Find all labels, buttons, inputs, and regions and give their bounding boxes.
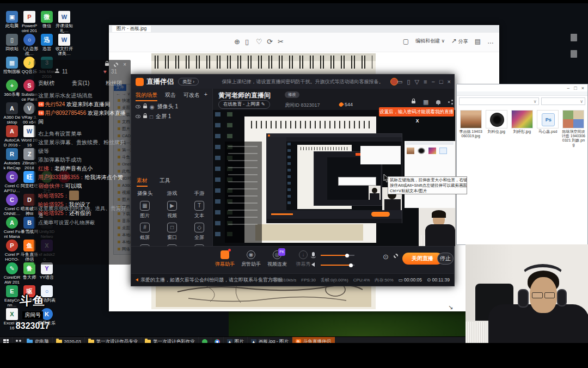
close-icon[interactable]: × (123, 62, 126, 68)
speaker-volume-slider[interactable] (321, 265, 354, 266)
tab-tools[interactable]: 工具 (160, 177, 170, 185)
lock-icon[interactable] (143, 115, 147, 118)
dock-视频连麦[interactable]: ◎PK视频连麦 (265, 250, 289, 268)
desktop-icon-CorelDRAW-2014-64-[interactable]: ✎CorelDRAW 2014 (64-… (3, 262, 21, 285)
desktop-icon-回收站[interactable]: ▯回收站 (3, 34, 21, 51)
photos-tab-title[interactable]: 图片 - 画板.jpg (112, 26, 151, 32)
taskbar-item-斗鱼直播伴侣[interactable]: 鱼斗鱼直播伴侣 (292, 337, 335, 343)
desktop-icon-Autodesk-ReCap-2016[interactable]: RAutodesk ReCap 2016 (3, 148, 21, 170)
rotate-icon[interactable]: ⟳ (267, 38, 273, 46)
password-banner[interactable]: 设置后，输入密码才能观看我的直播X (379, 107, 454, 116)
resize-handle-icon[interactable]: ↘ (448, 304, 453, 311)
password-lock-icon[interactable] (412, 101, 415, 103)
delete-icon[interactable]: ▯ (245, 38, 249, 46)
tab-material[interactable]: 素材 (137, 177, 148, 187)
taskbar-item-画板.jpg - 图片[interactable]: ▲画板.jpg - 图片 (248, 337, 292, 343)
desktop-icon-此电脑[interactable]: ▣此电脑 (3, 11, 21, 28)
quick-source-摄像头[interactable]: 摄像头 (131, 190, 158, 197)
file-item[interactable]: 刘科位.jpg (485, 110, 508, 147)
desktop-icon-控制面板[interactable]: ▦控制面板 (3, 57, 21, 74)
desktop-icon-AutoCAD-2016-简-[interactable]: AAutoCAD 2016 - 简… (3, 125, 21, 148)
taskbar-start[interactable] (0, 337, 13, 343)
zoom-icon[interactable]: ⊕ (234, 38, 240, 46)
banner-close-icon[interactable]: X (416, 118, 419, 124)
visibility-icon[interactable] (136, 115, 140, 118)
desktop-icon-开课须知礼-[interactable]: W开课须知礼… (56, 11, 73, 33)
address-bar[interactable]: ∨ (459, 97, 539, 105)
source-item-camera[interactable]: ◉ 摄像头 1 (136, 103, 178, 111)
chat-tab-0[interactable]: 贡献榜 (38, 79, 54, 87)
favorite-icon[interactable]: ♡ (256, 38, 262, 46)
scene-tab-0[interactable]: 我的场景 (136, 91, 157, 101)
mic-volume-slider[interactable] (321, 255, 354, 256)
desktop-icon-unlabeled[interactable] (571, 50, 577, 58)
close-icon[interactable]: × (448, 78, 451, 85)
desktop-icon--八边形战-[interactable]: ○《八边形战… (21, 34, 38, 56)
source-type-截屏[interactable]: #截屏 (131, 223, 158, 241)
source-item-fullscreen[interactable]: □ 全屏 1 (136, 113, 171, 120)
quick-source-游戏[interactable]: 游戏 (158, 190, 186, 197)
device-icon[interactable]: ▯ (407, 78, 411, 85)
search-box[interactable]: ∨ (541, 97, 585, 105)
taskbar-item-wechat[interactable] (199, 337, 211, 343)
file-item[interactable]: Ps马心蕊.psd (536, 110, 560, 147)
desktop-icon-A360-Desktop[interactable]: AA360 Desktop (3, 102, 21, 125)
desktop-icon-Corel-Font-Manage-[interactable]: ACorel Font Manage… (3, 217, 21, 239)
desktop-icon-360杀毒[interactable]: +360杀毒 (3, 79, 21, 97)
desktop-icon-收文打开课美-[interactable]: W收文打开课美… (56, 34, 73, 56)
desktop-icon-YY语音[interactable]: YYY语音 (38, 262, 56, 280)
dock-弹幕助手[interactable]: 弹幕助手 (213, 250, 237, 268)
scene-tab-2[interactable]: 可改名 (183, 91, 200, 99)
maximize-icon[interactable]: □ (439, 78, 443, 85)
quick-source-手游[interactable]: 手游 (186, 190, 213, 197)
file-item[interactable]: 刘妤彤.jpg (510, 110, 534, 147)
menu-icon[interactable]: ≡ (424, 78, 427, 85)
edit-create-button[interactable]: 编辑和创建 ∨ (415, 38, 445, 45)
mini-player-icon[interactable]: ▭ (397, 78, 402, 85)
source-type-视频[interactable]: ▶视频 (158, 201, 186, 219)
lock-icon[interactable] (105, 63, 109, 66)
source-type-全屏[interactable]: ◇全屏 (186, 223, 213, 241)
microphone-icon[interactable] (312, 252, 315, 256)
taskbar-taskview[interactable] (13, 337, 23, 343)
desktop-icon-unlabeled[interactable] (571, 34, 577, 41)
taskbar-item-chrome[interactable] (211, 337, 224, 343)
more-icon[interactable]: … (487, 38, 494, 45)
minimize-icon[interactable]: − (567, 85, 569, 91)
taskbar-item-2020-03[interactable]: 2020-03 (53, 337, 85, 343)
room-edit-badge[interactable]: 修改 (285, 91, 299, 98)
maximize-icon[interactable]: □ (574, 85, 577, 91)
add-scene-button[interactable]: + (204, 91, 207, 97)
lock-icon[interactable] (143, 106, 147, 108)
share-nodes-icon[interactable] (448, 101, 450, 103)
source-type-文本[interactable]: T文本 (186, 201, 213, 219)
close-broadcast-button[interactable]: 关闭直播 (402, 253, 443, 265)
taskbar-item-第一次设计色彩作业[interactable]: 第一次设计色彩作业 (142, 337, 199, 343)
chat-tab-2[interactable]: 粉丝团 (106, 79, 122, 87)
layout-grid-icon[interactable]: ▦ (423, 99, 428, 106)
desktop-icon-Corel-CAPTU-[interactable]: CCorel CAPTU… (3, 171, 21, 193)
room-category-pill[interactable]: 在线教育 - 上网课 ✎ (218, 100, 270, 109)
type-selector[interactable]: 类型 › (178, 78, 199, 85)
file-item[interactable]: 陈咏琪空间设计图 19403060321 刘媛.png (562, 110, 585, 147)
crop-icon[interactable]: ✂ (278, 38, 284, 46)
bell-icon[interactable] (436, 100, 440, 104)
desktop-icon-Corel-PHOTO-P-[interactable]: PCorel PHOTO-P… (3, 240, 21, 262)
taskbar-item-第一次设计作品专业[interactable]: 第一次设计作品专业 (85, 337, 142, 343)
preview-eye-icon[interactable]: ⊙ (383, 253, 389, 261)
close-icon[interactable]: × (581, 85, 584, 91)
minimize-icon[interactable]: − (431, 78, 434, 85)
taskbar-item-图片[interactable]: ▲图片 (224, 337, 248, 343)
file-item[interactable]: 李品德 19403060319.jpg (459, 110, 482, 147)
speaker-icon[interactable] (311, 262, 315, 267)
desktop-icon-迅雷[interactable]: 迅迅雷 (38, 34, 56, 51)
source-type-图片[interactable]: ▦图片 (131, 201, 158, 219)
source-type-窗口[interactable]: □窗口 (158, 223, 186, 241)
fullscreen-icon[interactable]: ▢ (403, 38, 409, 45)
stop-button[interactable]: 停止 (437, 253, 454, 265)
taskbar-item-此电脑[interactable]: 此电脑 (23, 337, 53, 343)
desktop-icon-PowerPoint-2016[interactable]: PPowerPoint 2016 (21, 11, 38, 33)
share-button[interactable]: ↗ 分享 (451, 37, 468, 45)
chat-tab-1[interactable]: 贵宾(1) (72, 79, 89, 87)
dock-房管助手[interactable]: ◉房管助手 (239, 250, 263, 268)
